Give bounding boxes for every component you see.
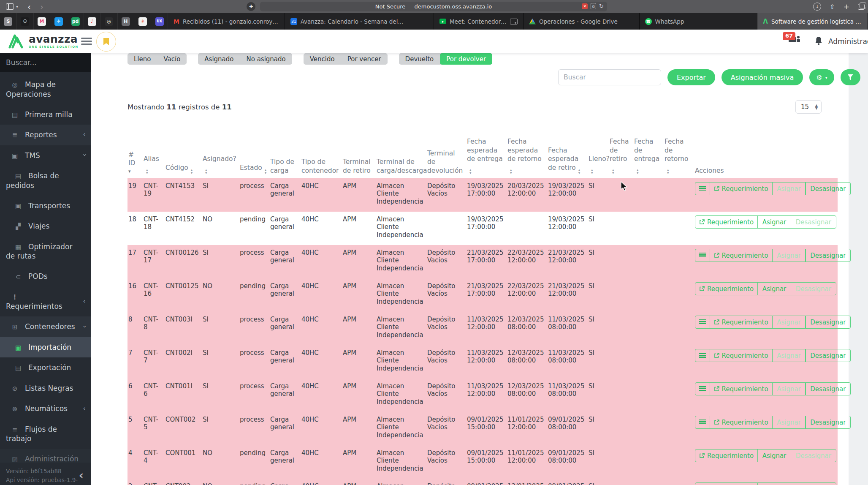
sort-arrows-icon[interactable]: ▴▾ (637, 169, 639, 175)
settings-dropdown-button[interactable]: ⚙▾ (809, 69, 834, 85)
column-header-fecha_retorno[interactable]: Fecha de retorno▴▾ (664, 134, 694, 178)
column-header-fecha_esp_retorno[interactable]: Fecha esperada de retorno▴▾ (507, 134, 547, 178)
sidebar-item-mapa-de-operaciones[interactable]: ◎Mapa de Operaciones (0, 74, 91, 104)
search-input[interactable] (558, 69, 661, 85)
user-menu[interactable]: Administrador (828, 37, 868, 46)
requerimiento-button[interactable]: Requerimiento (710, 382, 773, 395)
column-header-id[interactable]: # ID▾ (127, 134, 143, 178)
asignar-button[interactable]: Asignar (772, 349, 806, 362)
requerimiento-button[interactable]: Requerimiento (710, 416, 773, 429)
sidebar-item-bolsa-de-pedidos[interactable]: ▤Bolsa de pedidos (0, 166, 91, 196)
sidebar-item-contenedores[interactable]: ⊞Contenedores‹ (0, 316, 91, 337)
requerimiento-button[interactable]: Requerimiento (695, 282, 758, 295)
list-view-button[interactable] (695, 382, 710, 395)
filter-option-asignado[interactable]: Asignado (198, 53, 240, 65)
share-icon[interactable]: ⇧ (830, 3, 835, 11)
avanzza-logo[interactable]: avanzza ONE SINGLE SOLUTION (7, 32, 79, 50)
column-header-fecha_esp_entrega[interactable]: Fecha esperada de entrega▴▾ (466, 134, 507, 178)
sidebar-item-listas-negras[interactable]: ⊘Listas Negras (0, 378, 91, 399)
sidebar-item-pods[interactable]: ⊂PODs (0, 266, 91, 287)
desasignar-button[interactable]: Desasignar (791, 449, 836, 462)
sidebar-item-importacion[interactable]: ▣Importación (0, 337, 91, 358)
desasignar-button[interactable]: Desasignar (791, 482, 836, 485)
sidebar-item-primera-milla[interactable]: ▤Primera milla (0, 104, 91, 125)
list-view-button[interactable] (695, 316, 710, 329)
sidebar-item-tms[interactable]: ▣TMS‹ (0, 145, 91, 166)
sort-arrows-icon[interactable]: ▴▾ (469, 169, 472, 175)
sidebar-item-reportes[interactable]: ≣Reportes‹ (0, 125, 91, 145)
sidebar-item-viajes[interactable]: ▞Viajes (0, 216, 91, 237)
sort-arrows-icon[interactable]: ▴▾ (667, 169, 669, 175)
bell-icon[interactable] (814, 36, 823, 47)
filter-button[interactable] (841, 69, 860, 85)
music-app-pinned-tab[interactable]: ♪ (84, 13, 101, 30)
desasignar-button[interactable]: Desasignar (805, 382, 851, 395)
asignar-button[interactable]: Asignar (772, 382, 806, 395)
filter-option-vacio[interactable]: Vacío (157, 53, 187, 65)
asterisk-pinned-tab[interactable]: ✳ (134, 13, 151, 30)
asignar-button[interactable]: Asignar (772, 249, 806, 262)
sort-arrows-icon[interactable]: ▴▾ (591, 169, 593, 175)
bulk-assign-button[interactable]: Asignación masiva (722, 69, 803, 85)
bird-pinned-tab[interactable]: ✈ (50, 13, 67, 30)
sort-arrows-icon[interactable]: ▴▾ (265, 169, 267, 175)
filter-option-lleno[interactable]: Lleno (127, 53, 157, 65)
asignar-button[interactable]: Asignar (757, 282, 792, 295)
requerimiento-button[interactable]: Requerimiento (695, 449, 758, 462)
sidebar-item-optimizador-de-rutas[interactable]: ▦Optimizador de rutas (0, 237, 91, 267)
new-tab-icon[interactable]: + (844, 3, 849, 11)
translate-icon[interactable]: a (591, 3, 596, 9)
sidebar-item-administracion[interactable]: ▨Administración (0, 449, 91, 463)
list-view-button[interactable] (695, 349, 710, 362)
asignar-button[interactable]: Asignar (772, 416, 806, 429)
list-view-button[interactable] (695, 182, 710, 195)
forward-icon[interactable]: › (40, 3, 43, 11)
column-header-asignado[interactable]: Asignado?▴▾ (202, 134, 239, 178)
blocked-content-icon[interactable]: ✕ (582, 3, 588, 9)
column-header-fecha_esp_retiro[interactable]: Fecha esperada de retiro▴▾ (547, 134, 588, 178)
desasignar-button[interactable]: Desasignar (805, 182, 851, 195)
tab-overview-icon[interactable] (858, 4, 865, 10)
desasignar-button[interactable]: Desasignar (805, 349, 851, 362)
browser-tab-4[interactable]: Operaciones - Google Drive (524, 13, 640, 30)
browser-tab-6[interactable]: ΛSoftware de gestión logística y tran... (757, 13, 868, 30)
asignar-button[interactable]: Asignar (772, 316, 806, 329)
sidebar-item-flujos-de-trabajo[interactable]: ≡Flujos de trabajo (0, 419, 91, 449)
column-header-lleno[interactable]: Lleno?▴▾ (588, 134, 609, 178)
asignar-button[interactable]: Asignar (757, 215, 792, 229)
desasignar-button[interactable]: Desasignar (791, 282, 836, 295)
sidebar-item-exportacion[interactable]: ▤Exportación (0, 357, 91, 378)
column-header-codigo[interactable]: Código▴▾ (165, 134, 202, 178)
h-app-pinned-tab[interactable]: H (118, 13, 135, 30)
export-button[interactable]: Exportar (667, 69, 715, 85)
column-header-alias[interactable]: Alias▴▾ (143, 134, 165, 178)
filter-option-devuelto[interactable]: Devuelto (399, 53, 440, 65)
column-header-fecha_entrega[interactable]: Fecha de entrega▴▾ (633, 134, 664, 178)
sidebar-collapse-icon[interactable]: ‹ (79, 469, 84, 482)
browser-tab-3[interactable]: ▸Meet: Contenedores (434, 13, 524, 30)
reload-icon[interactable]: ↻ (599, 3, 604, 9)
page-size-select[interactable]: 15 ▲▼ (795, 100, 822, 114)
requerimiento-button[interactable]: Requerimiento (695, 482, 758, 485)
browser-tab-5[interactable]: ☎WhatsApp (640, 13, 758, 30)
desasignar-button[interactable]: Desasignar (805, 316, 851, 329)
bookmark-button[interactable] (96, 32, 116, 52)
asignar-button[interactable]: Asignar (757, 449, 792, 462)
filter-option-no-asignado[interactable]: No asignado (240, 53, 292, 65)
sort-arrows-icon[interactable]: ▴▾ (612, 169, 614, 175)
sidebar-search-input[interactable]: Buscar... (0, 53, 91, 72)
ux-app-pinned-tab[interactable]: UX (151, 13, 168, 30)
browser-tab-2[interactable]: 31Avanzza: Calendario - Semana del... (285, 13, 434, 30)
menu-toggle-icon[interactable] (81, 38, 92, 45)
column-header-fecha_retiro[interactable]: Fecha de retiro▴▾ (609, 134, 633, 178)
column-header-estado[interactable]: Estado▴▾ (239, 134, 269, 178)
sidebar-toggle-icon[interactable]: ▾ (6, 3, 18, 10)
requerimiento-button[interactable]: Requerimiento (710, 316, 773, 329)
list-view-button[interactable] (695, 249, 710, 262)
sort-arrows-icon[interactable]: ▴▾ (146, 169, 148, 175)
list-view-button[interactable] (695, 416, 710, 429)
sort-arrows-icon[interactable]: ▴▾ (578, 169, 580, 175)
asignar-button[interactable]: Asignar (757, 482, 792, 485)
desasignar-button[interactable]: Desasignar (805, 416, 851, 429)
filter-option-por-devolver[interactable]: Por devolver (440, 53, 492, 65)
